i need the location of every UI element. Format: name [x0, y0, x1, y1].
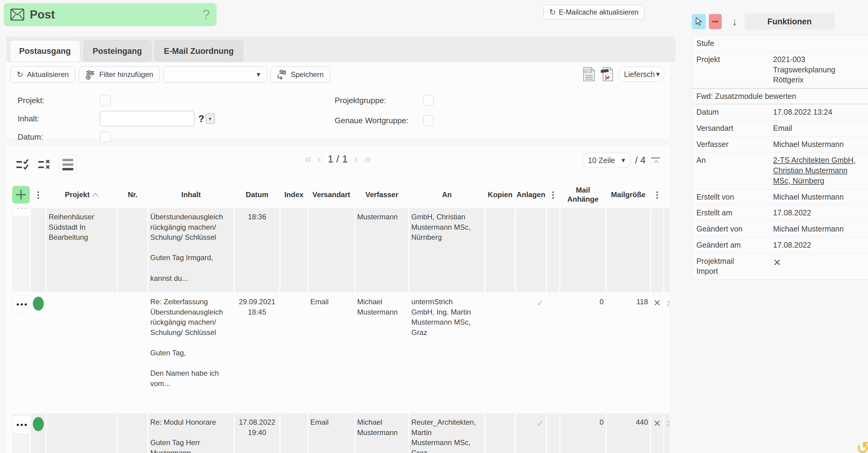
speichern-label: Speichern — [291, 70, 324, 79]
col-mailgroesse[interactable]: Mailgröße — [607, 183, 650, 207]
col-verfasser[interactable]: Verfasser — [355, 183, 408, 207]
field-label: Stufe — [696, 38, 773, 49]
datum-checkbox[interactable] — [100, 131, 111, 142]
col-versandart[interactable]: Versandart — [309, 183, 354, 207]
inhalt-help-icon[interactable]: ? — [198, 113, 205, 124]
aktualisieren-button[interactable]: ↻ Aktualisieren — [10, 66, 75, 83]
col-projekt[interactable]: Projekt — [47, 183, 117, 207]
open-row-icon[interactable]: › — [664, 293, 669, 412]
tab-email-zuordnung[interactable]: E-Mail Zuordnung — [155, 40, 243, 62]
svg-text:CSV: CSV — [584, 70, 591, 73]
open-row-icon[interactable]: › — [664, 414, 669, 453]
help-icon[interactable]: ? — [203, 7, 210, 22]
cell-mailgroesse: 118 — [607, 293, 650, 412]
delete-row-icon[interactable]: ✕ — [651, 414, 663, 453]
rows-per-page-select[interactable]: 10 Zeile ▼ — [582, 153, 631, 168]
last-page-icon[interactable]: » — [364, 153, 371, 165]
projekt-checkbox[interactable] — [100, 95, 111, 106]
recipient-link[interactable]: 2-TS Architekten GmbH, Christian Musterm… — [773, 155, 866, 186]
select-all-icon[interactable] — [15, 157, 32, 172]
undo-icon[interactable]: ↺ — [855, 438, 868, 453]
collapse-icon[interactable] — [650, 155, 661, 165]
csv-export-icon[interactable]: CSV — [582, 66, 596, 82]
column-menu-icon[interactable]: ⋮ — [653, 189, 661, 200]
col-datum[interactable]: Datum — [235, 183, 279, 207]
col-inhalt[interactable]: Inhalt — [149, 183, 234, 207]
mail-icon — [10, 8, 24, 21]
deselect-all-icon[interactable] — [37, 157, 54, 172]
field-value: 2021-003 Tragswerkplanung Röttgerix — [773, 55, 866, 85]
inhalt-history-dropdown[interactable]: ▼ — [206, 114, 215, 124]
filter-add-icon — [85, 69, 96, 80]
remove-panel-button[interactable] — [709, 14, 722, 29]
field-label: Erstellt am — [696, 208, 773, 218]
field-stufe: Stufe — [692, 36, 868, 52]
column-menu-icon[interactable]: ⋮ — [34, 189, 42, 200]
table-row[interactable]: Reihenhäuser Südstadt In Bearbeitung Übe… — [12, 208, 669, 292]
filter-hinzufuegen-label: Filter hinzufügen — [99, 70, 153, 79]
tab-postausgang[interactable]: Postausgang — [10, 40, 80, 62]
cell-inhalt: Überstundenausgleich rückgängig machen/ … — [149, 208, 234, 292]
speichern-button[interactable]: Speichern — [271, 66, 330, 83]
field-label: Versandart — [696, 123, 773, 133]
field-versandart: Versandart Email — [692, 120, 868, 137]
add-entry-button[interactable] — [12, 186, 30, 204]
cell-projekt: Reihenhäuser Südstadt In Bearbeitung — [47, 208, 117, 292]
row-menu-button[interactable] — [12, 295, 30, 314]
field-label: Erstellt von — [696, 192, 773, 202]
pagination: « ‹ 1 / 1 › » — [305, 153, 371, 165]
mail-subject[interactable]: Fwd: Zusatzmodule bewerten — [692, 88, 868, 104]
cell-an: Reuter_Architekten, Martin Mustermann MS… — [409, 414, 484, 453]
filter-hinzufuegen-button[interactable]: Filter hinzufügen — [79, 66, 159, 83]
field-label: Geändert von — [696, 224, 773, 234]
table-row[interactable]: Re: Zeiterfassung Überstundenausgleich r… — [12, 293, 669, 412]
cell-projekt — [47, 414, 117, 453]
projektgruppe-checkbox[interactable] — [423, 95, 434, 106]
col-index[interactable]: Index — [280, 183, 307, 207]
row-menu-button[interactable] — [12, 208, 30, 217]
column-menu-icon[interactable]: ⋮ — [549, 189, 557, 200]
field-erstellt-am: Erstellt am 17.08.2022 — [692, 205, 868, 221]
prev-page-icon[interactable]: ‹ — [318, 153, 321, 165]
list-view-icon[interactable] — [59, 155, 77, 175]
save-icon — [277, 69, 287, 80]
col-mail-anhaenge[interactable]: Mail Anhänge — [560, 183, 606, 207]
export-tools: CSV Liefersch ▼ — [582, 66, 664, 82]
inhalt-input[interactable] — [100, 111, 195, 126]
cell-mailgroesse — [607, 208, 650, 292]
pointer-tool-button[interactable] — [692, 14, 706, 29]
row-menu-button[interactable] — [12, 415, 30, 434]
emailcache-refresh-button[interactable]: ↻ E-Mailcache aktualisieren — [544, 5, 644, 20]
genaue-wortgruppe-checkbox[interactable] — [423, 115, 434, 126]
detail-sidebar: ↓ Funktionen Stufe Projekt 2021-003 Trag… — [688, 0, 868, 453]
detail-card: Stufe Projekt 2021-003 Tragswerkplanung … — [692, 35, 868, 280]
funktionen-header[interactable]: Funktionen — [744, 13, 835, 30]
down-arrow-icon[interactable]: ↓ — [732, 16, 737, 28]
field-an: An 2-TS Architekten GmbH, Christian Must… — [692, 152, 868, 189]
status-dot — [33, 417, 44, 431]
col-anlagen[interactable]: Anlagen — [516, 183, 546, 207]
tab-posteingang[interactable]: Posteingang — [83, 40, 152, 62]
cell-an: untermStrich GmbH, Ing. Martin Musterman… — [409, 293, 484, 412]
chevron-down-icon: ▼ — [620, 157, 626, 164]
first-page-icon[interactable]: « — [305, 153, 311, 165]
col-an[interactable]: An — [409, 183, 484, 207]
aktualisieren-label: Aktualisieren — [27, 70, 69, 79]
table-row[interactable]: Re: Modul Honorare Guten Tag Herr Muster… — [12, 414, 669, 453]
cell-kopien — [486, 208, 515, 292]
report-template-select[interactable]: Liefersch ▼ — [618, 67, 664, 82]
pdf-export-icon[interactable] — [600, 66, 614, 82]
col-nr[interactable]: Nr. — [118, 183, 147, 207]
cell-mail-anhaenge: 0 — [560, 414, 606, 453]
saved-filter-select[interactable]: ▼ — [163, 66, 267, 83]
field-label: Verfasser — [696, 139, 773, 150]
col-kopien[interactable]: Kopien — [486, 183, 515, 207]
cursor-icon — [695, 17, 703, 26]
field-label: An — [696, 155, 773, 186]
next-page-icon[interactable]: › — [354, 153, 358, 165]
delete-row-icon[interactable]: ✕ — [651, 293, 663, 412]
cell-nr — [118, 414, 147, 453]
rows-per-page-group: 10 Zeile ▼ / 4 — [582, 153, 661, 168]
cell-nr — [118, 208, 147, 292]
cell-datum: 18:36 — [235, 208, 279, 292]
